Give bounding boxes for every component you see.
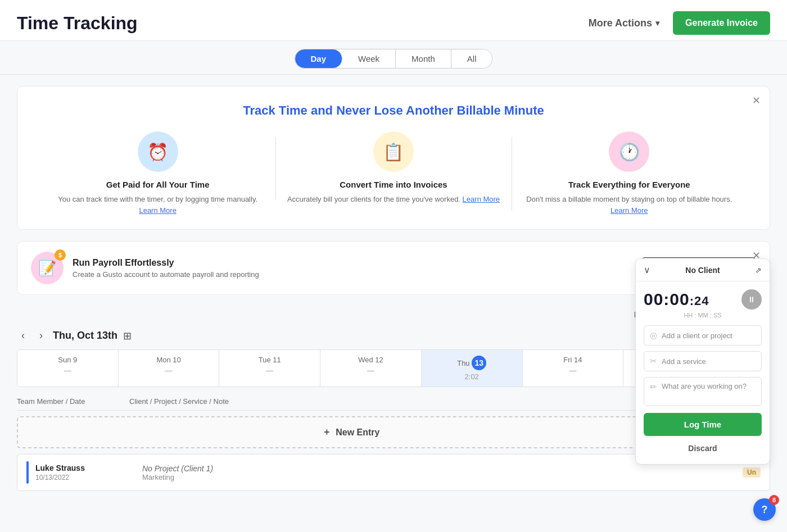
entry-member-date: 10/13/2022	[35, 474, 142, 481]
day-name-tue: Tue 11	[226, 356, 313, 364]
day-thu[interactable]: Thu 13 2:02	[422, 350, 523, 387]
entry-project-service: Marketing	[142, 473, 743, 481]
day-hours-wed: —	[327, 366, 414, 375]
timer-panel: ∨ No Client ⇗ 00:00:24 ⏸ HH : MM : SS ◎ …	[635, 258, 770, 465]
tab-month[interactable]: Month	[396, 49, 451, 68]
payroll-icon: 📝 $	[31, 252, 64, 284]
entry-member-name: Luke Strauss	[35, 463, 142, 472]
pause-button[interactable]: ⏸	[741, 289, 762, 310]
help-count: 8	[769, 495, 779, 505]
day-name-fri: Fri 14	[530, 356, 617, 364]
day-hours-thu: 2:02	[428, 372, 515, 381]
day-fri[interactable]: Fri 14 —	[523, 350, 624, 387]
timer-client-label: No Client	[685, 266, 720, 275]
day-sun[interactable]: Sun 9 —	[17, 350, 119, 387]
payroll-badge: $	[55, 249, 66, 261]
feature-invoices: 📋 Convert Time into Invoices Accurately …	[275, 131, 511, 205]
day-tue[interactable]: Tue 11 —	[219, 350, 320, 387]
feature-tracking: 🕐 Track Everything for Everyone Don't mi…	[512, 131, 747, 216]
entry-color-bar	[26, 461, 29, 484]
col-member: Team Member / Date	[17, 397, 129, 406]
feature-paid: ⏰ Get Paid for All Your Time You can tra…	[40, 131, 275, 216]
help-button[interactable]: ? 8	[753, 498, 776, 521]
feature-paid-desc: You can track time with the timer, or by…	[51, 194, 264, 216]
feature-tracking-learn-more[interactable]: Learn More	[610, 206, 648, 215]
entry-project: No Project (Client 1) Marketing	[142, 464, 743, 481]
timer-panel-header: ∨ No Client ⇗	[636, 259, 770, 281]
prev-week-button[interactable]: ‹	[17, 328, 29, 344]
add-client-input[interactable]: ◎ Add a client or project	[644, 325, 762, 345]
more-actions-label: More Actions	[589, 17, 652, 29]
feature-invoices-desc: Accurately bill your clients for the tim…	[287, 194, 500, 205]
more-actions-button[interactable]: More Actions ▾	[582, 13, 666, 34]
entry-project-name: No Project (Client 1)	[142, 464, 743, 473]
timer-note-placeholder: What are you working on?	[662, 382, 747, 390]
chevron-down-icon: ▾	[655, 19, 659, 28]
timer-note-input[interactable]: ✏ What are you working on?	[644, 377, 762, 406]
add-service-input[interactable]: ✂ Add a service	[644, 351, 762, 371]
promo-title: Track Time and Never Lose Another Billab…	[40, 103, 747, 118]
feature-tracking-icon: 🕐	[609, 131, 649, 172]
tab-all[interactable]: All	[451, 49, 492, 68]
new-entry-icon: ＋	[322, 426, 331, 438]
timer-hhmm: 00:00	[644, 290, 690, 308]
feature-paid-icon: ⏰	[138, 131, 178, 172]
current-date: Thu, Oct 13th	[53, 330, 117, 342]
day-name-thu: Thu 13	[428, 356, 515, 370]
tabs-bar: Day Week Month All	[0, 41, 787, 75]
help-icon: ?	[762, 504, 768, 516]
entry-member: Luke Strauss 10/13/2022	[35, 463, 142, 481]
day-name-wed: Wed 12	[327, 356, 414, 364]
timer-collapse-button[interactable]: ∨	[644, 265, 650, 275]
generate-invoice-button[interactable]: Generate Invoice	[673, 11, 770, 35]
add-client-placeholder: Add a client or project	[662, 331, 732, 340]
tab-week[interactable]: Week	[342, 49, 396, 68]
payroll-desc: Create a Gusto account to automate payro…	[73, 270, 632, 279]
feature-paid-title: Get Paid for All Your Time	[51, 180, 264, 189]
timer-format-label: HH : MM : SS	[644, 312, 762, 319]
timer-time: 00:00:24	[644, 290, 709, 309]
timer-external-button[interactable]: ⇗	[755, 266, 762, 275]
discard-button[interactable]: Discard	[644, 440, 762, 456]
page-title: Time Tracking	[17, 13, 138, 34]
day-name-sun: Sun 9	[24, 356, 111, 364]
add-service-placeholder: Add a service	[662, 357, 706, 366]
day-hours-mon: —	[125, 366, 212, 375]
feature-paid-learn-more[interactable]: Learn More	[139, 206, 176, 215]
page-header: Time Tracking More Actions ▾ Generate In…	[0, 0, 787, 41]
feature-tracking-title: Track Everything for Everyone	[523, 180, 736, 189]
feature-invoices-icon: 📋	[373, 131, 414, 172]
tabs-container: Day Week Month All	[295, 49, 493, 69]
client-icon: ◎	[650, 330, 657, 340]
timer-seconds: :24	[690, 294, 709, 308]
payroll-title: Run Payroll Effortlessly	[73, 258, 632, 268]
calendar-icon[interactable]: ⊞	[123, 330, 132, 342]
header-actions: More Actions ▾ Generate Invoice	[582, 11, 770, 35]
day-name-mon: Mon 10	[125, 356, 212, 364]
log-time-button[interactable]: Log Time	[644, 413, 762, 436]
promo-close-button[interactable]: ✕	[752, 94, 761, 107]
timer-display-row: 00:00:24 ⏸	[644, 289, 762, 310]
service-icon: ✂	[650, 356, 657, 366]
day-mon[interactable]: Mon 10 —	[119, 350, 220, 387]
promo-features: ⏰ Get Paid for All Your Time You can tra…	[40, 131, 747, 216]
day-hours-tue: —	[226, 366, 313, 375]
day-wed[interactable]: Wed 12 —	[320, 350, 422, 387]
feature-invoices-learn-more[interactable]: Learn More	[463, 195, 500, 203]
tab-day[interactable]: Day	[295, 49, 343, 68]
payroll-text: Run Payroll Effortlessly Create a Gusto …	[73, 258, 632, 279]
note-icon: ✏	[650, 382, 657, 392]
new-entry-button[interactable]: ＋ New Entry	[17, 416, 685, 448]
entry-badge: Un	[743, 467, 761, 478]
next-week-button[interactable]: ›	[35, 328, 47, 344]
promo-card: ✕ Track Time and Never Lose Another Bill…	[17, 86, 770, 230]
day-hours-sun: —	[24, 366, 111, 375]
feature-tracking-desc: Don't miss a billable moment by staying …	[523, 194, 736, 216]
feature-invoices-title: Convert Time into Invoices	[287, 180, 500, 189]
timer-body: 00:00:24 ⏸ HH : MM : SS ◎ Add a client o…	[636, 281, 770, 464]
day-hours-fri: —	[530, 366, 617, 375]
new-entry-label: New Entry	[336, 428, 379, 438]
